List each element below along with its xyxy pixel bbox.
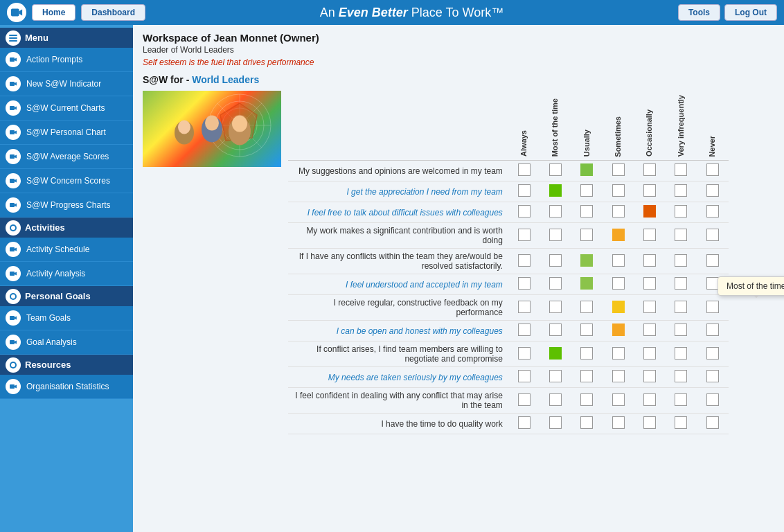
checkbox-cell-r9-c0[interactable] [508,367,540,388]
empty-checkbox-r2-c6[interactable] [706,205,719,218]
checkbox-cell-r5-c5[interactable] [666,274,697,295]
checkbox-cell-r8-c2[interactable] [571,342,603,367]
checkbox-cell-r7-c0[interactable] [508,321,540,342]
checkbox-cell-r7-c2[interactable] [571,321,603,342]
checkbox-cell-r2-c4[interactable] [634,202,665,223]
empty-checkbox-r9-c3[interactable] [612,370,625,382]
sidebar-item-activity-schedule[interactable]: Activity Schedule [0,238,133,262]
checkbox-cell-r5-c0[interactable] [508,274,540,295]
empty-checkbox-r2-c3[interactable] [612,205,625,218]
empty-checkbox-r2-c1[interactable] [549,205,562,218]
sidebar-item-saw-personal-chart[interactable]: S@W Personal Chart [0,121,133,145]
checkbox-cell-r0-c4[interactable] [634,161,665,181]
empty-checkbox-r4-c4[interactable] [643,254,656,267]
colored-checkbox-r3-c3[interactable] [612,229,625,241]
empty-checkbox-r2-c2[interactable] [580,205,593,218]
checkbox-cell-r2-c3[interactable] [603,202,634,223]
empty-checkbox-r6-c6[interactable] [706,301,719,313]
empty-checkbox-r0-c3[interactable] [612,163,625,176]
sidebar-group-resources[interactable]: Resources [0,355,133,375]
checkbox-cell-r7-c3[interactable] [603,321,634,342]
sidebar-item-saw-progress-charts[interactable]: S@W Progress Charts [0,193,133,218]
checkbox-cell-r8-c5[interactable] [666,342,697,367]
sidebar-item-saw-concern-scores[interactable]: S@W Concern Scores [0,169,133,193]
checkbox-cell-r1-c6[interactable] [697,181,728,202]
colored-checkbox-r6-c3[interactable] [612,301,625,313]
empty-checkbox-r1-c4[interactable] [643,184,656,197]
empty-checkbox-r10-c1[interactable] [549,393,562,406]
empty-checkbox-r5-c0[interactable] [518,277,531,290]
empty-checkbox-r6-c4[interactable] [643,301,656,313]
empty-checkbox-r6-c0[interactable] [518,301,531,313]
checkbox-cell-r10-c5[interactable] [666,388,697,414]
checkbox-cell-r2-c2[interactable] [571,202,603,223]
empty-checkbox-r9-c1[interactable] [549,370,562,382]
checkbox-cell-r4-c5[interactable] [666,249,697,274]
checkbox-cell-r3-c0[interactable] [508,223,540,249]
checkbox-cell-r7-c4[interactable] [634,321,665,342]
checkbox-cell-r3-c5[interactable] [666,223,697,249]
checkbox-cell-r11-c5[interactable] [666,414,697,434]
empty-checkbox-r4-c5[interactable] [675,254,687,267]
empty-checkbox-r11-c4[interactable] [643,416,656,429]
checkbox-cell-r1-c3[interactable] [603,181,634,202]
empty-checkbox-r10-c4[interactable] [643,393,656,406]
empty-checkbox-r6-c1[interactable] [549,301,562,313]
empty-checkbox-r0-c1[interactable] [549,163,562,176]
empty-checkbox-r1-c3[interactable] [612,184,625,197]
checkbox-cell-r8-c1[interactable] [540,342,571,367]
checkbox-cell-r8-c6[interactable] [697,342,728,367]
empty-checkbox-r9-c4[interactable] [643,370,656,382]
empty-checkbox-r7-c4[interactable] [643,323,656,336]
checkbox-cell-r4-c0[interactable] [508,249,540,274]
empty-checkbox-r0-c0[interactable] [518,163,531,176]
checkbox-cell-r1-c4[interactable] [634,181,665,202]
checkbox-cell-r10-c1[interactable] [540,388,571,414]
checkbox-cell-r3-c6[interactable] [697,223,728,249]
empty-checkbox-r1-c2[interactable] [580,184,593,197]
checkbox-cell-r6-c3[interactable] [603,295,634,321]
checkbox-cell-r1-c5[interactable] [666,181,697,202]
colored-checkbox-r4-c2[interactable] [580,254,593,267]
empty-checkbox-r11-c5[interactable] [675,416,687,429]
checkbox-cell-r11-c4[interactable] [634,414,665,434]
empty-checkbox-r8-c6[interactable] [706,347,719,360]
checkbox-cell-r4-c3[interactable] [603,249,634,274]
checkbox-cell-r0-c3[interactable] [603,161,634,181]
checkbox-cell-r2-c1[interactable] [540,202,571,223]
empty-checkbox-r11-c6[interactable] [706,416,719,429]
empty-checkbox-r4-c0[interactable] [518,254,531,267]
empty-checkbox-r8-c5[interactable] [675,347,687,360]
empty-checkbox-r5-c3[interactable] [612,277,625,290]
empty-checkbox-r2-c0[interactable] [518,205,531,218]
checkbox-cell-r3-c3[interactable] [603,223,634,249]
sidebar-item-saw-average-scores[interactable]: S@W Average Scores [0,145,133,169]
empty-checkbox-r11-c2[interactable] [580,416,593,429]
checkbox-cell-r2-c0[interactable] [508,202,540,223]
checkbox-cell-r10-c4[interactable] [634,388,665,414]
empty-checkbox-r7-c1[interactable] [549,323,562,336]
empty-checkbox-r7-c2[interactable] [580,323,593,336]
logout-button[interactable]: Log Out [724,4,777,21]
empty-checkbox-r6-c5[interactable] [675,301,687,313]
empty-checkbox-r4-c3[interactable] [612,254,625,267]
empty-checkbox-r5-c5[interactable] [675,277,687,290]
empty-checkbox-r7-c5[interactable] [675,323,687,336]
checkbox-cell-r5-c1[interactable] [540,274,571,295]
checkbox-cell-r9-c4[interactable] [634,367,665,388]
empty-checkbox-r7-c0[interactable] [518,323,531,336]
team-name-link[interactable]: World Leaders [192,74,259,85]
checkbox-cell-r11-c6[interactable] [697,414,728,434]
checkbox-cell-r7-c5[interactable] [666,321,697,342]
sidebar-item-action-prompts[interactable]: Action Prompts [0,48,133,72]
sidebar-item-saw-current-charts[interactable]: S@W Current Charts [0,96,133,121]
colored-checkbox-r7-c3[interactable] [612,323,625,336]
checkbox-cell-r6-c0[interactable] [508,295,540,321]
colored-checkbox-r5-c2[interactable] [580,277,593,290]
home-button[interactable]: Home [32,4,75,21]
empty-checkbox-r0-c5[interactable] [675,163,687,176]
colored-checkbox-r0-c2[interactable] [580,163,593,176]
checkbox-cell-r2-c6[interactable] [697,202,728,223]
empty-checkbox-r3-c0[interactable] [518,229,531,241]
checkbox-cell-r8-c4[interactable] [634,342,665,367]
